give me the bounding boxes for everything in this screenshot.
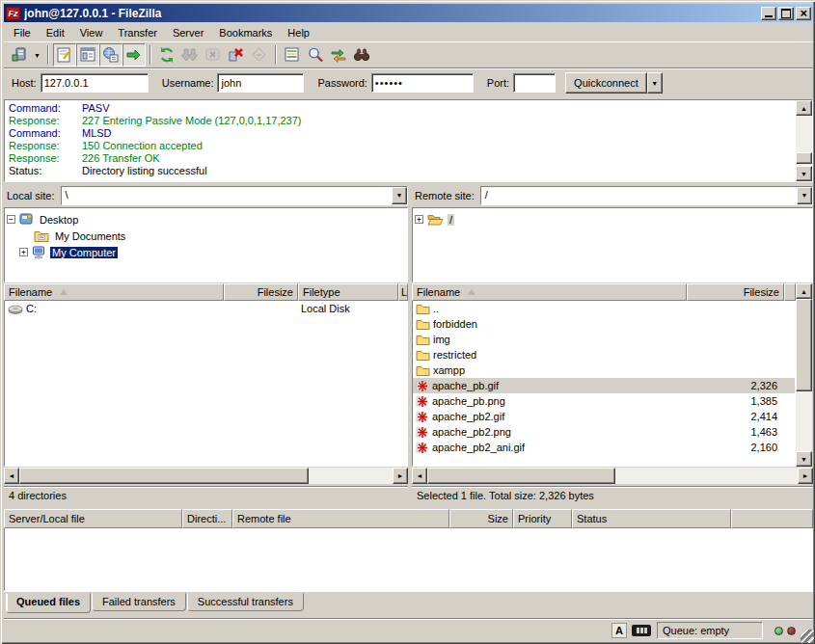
remote-treeview-toggle[interactable] bbox=[99, 43, 122, 67]
menu-help[interactable]: Help bbox=[280, 25, 317, 40]
column-header-filesize[interactable]: Filesize bbox=[687, 283, 784, 301]
message-log-toggle[interactable] bbox=[53, 43, 76, 67]
menu-server[interactable]: Server bbox=[165, 25, 211, 40]
remote-site-combobox[interactable]: / bbox=[480, 186, 813, 205]
column-header-filesize[interactable]: Filesize bbox=[224, 283, 298, 301]
remote-list-vscrollbar[interactable] bbox=[796, 283, 812, 467]
file-type-cell: Local Disk bbox=[297, 303, 350, 314]
column-header-size[interactable]: Size bbox=[449, 509, 513, 528]
quickconnect-dropdown[interactable] bbox=[647, 72, 663, 94]
scroll-track[interactable] bbox=[19, 468, 393, 484]
quickconnect-button[interactable]: Quickconnect bbox=[565, 72, 647, 94]
column-header-priority[interactable]: Priority bbox=[513, 509, 572, 528]
local-treeview-toggle[interactable] bbox=[76, 43, 99, 67]
tree-item-my-documents[interactable]: My Documents bbox=[7, 228, 405, 244]
tab-successful-transfers[interactable]: Successful transfers bbox=[187, 593, 304, 611]
reconnect-button[interactable] bbox=[248, 43, 271, 67]
chevron-down-icon[interactable] bbox=[392, 187, 407, 204]
remote-status-text: Selected 1 file. Total size: 2,326 bytes bbox=[417, 490, 594, 501]
scroll-thumb[interactable] bbox=[796, 299, 812, 391]
file-row[interactable]: img bbox=[413, 332, 795, 347]
directory-comparison-button[interactable] bbox=[281, 43, 304, 67]
collapse-icon[interactable] bbox=[7, 215, 15, 224]
column-header-status[interactable]: Status bbox=[572, 509, 731, 528]
toolbar-separator bbox=[275, 45, 277, 65]
remote-list-hscrollbar[interactable] bbox=[412, 468, 813, 484]
synchronized-browsing-button[interactable] bbox=[327, 43, 350, 67]
log-line-label: Status: bbox=[9, 165, 82, 177]
file-name: forbidden bbox=[433, 318, 477, 330]
expand-icon[interactable] bbox=[19, 248, 28, 256]
filter-button[interactable] bbox=[350, 43, 373, 67]
speed-limit-indicator-icon[interactable] bbox=[632, 625, 651, 636]
scroll-down-button[interactable] bbox=[796, 451, 812, 467]
column-header-filetype[interactable]: Filetype bbox=[298, 283, 398, 301]
scroll-down-button[interactable] bbox=[796, 166, 812, 181]
resize-grip[interactable] bbox=[801, 630, 814, 643]
local-list-hscrollbar[interactable] bbox=[4, 468, 408, 484]
maximize-button[interactable] bbox=[778, 7, 794, 20]
column-header-lastmodified[interactable]: L bbox=[398, 283, 408, 301]
local-site-value[interactable]: \ bbox=[62, 187, 392, 204]
tree-item-root[interactable]: / bbox=[415, 211, 810, 228]
column-header-filename[interactable]: Filename bbox=[412, 283, 687, 301]
tree-item-my-computer[interactable]: My Computer bbox=[7, 244, 405, 260]
file-row[interactable]: apache_pb2.gif 2,414 bbox=[413, 409, 795, 424]
scroll-thumb[interactable] bbox=[427, 468, 615, 484]
file-row[interactable]: apache_pb.png 1,385 bbox=[413, 393, 795, 409]
file-row-selected[interactable]: apache_pb.gif 2,326 bbox=[413, 378, 795, 393]
menu-transfer[interactable]: Transfer bbox=[110, 25, 165, 40]
file-row[interactable]: .. bbox=[413, 301, 795, 316]
find-files-button[interactable] bbox=[304, 43, 327, 67]
file-row[interactable]: restricted bbox=[413, 347, 795, 362]
column-header-server-local-file[interactable]: Server/Local file bbox=[4, 509, 182, 528]
site-manager-dropdown[interactable] bbox=[31, 43, 43, 67]
scroll-up-button[interactable] bbox=[796, 283, 812, 299]
column-header-direction[interactable]: Directi... bbox=[182, 509, 232, 528]
close-button[interactable] bbox=[796, 7, 811, 20]
tree-item-desktop[interactable]: Desktop bbox=[7, 211, 405, 228]
minimize-button[interactable] bbox=[761, 7, 776, 20]
scroll-thumb[interactable] bbox=[19, 468, 309, 484]
chevron-down-icon[interactable] bbox=[797, 187, 812, 204]
log-scrollbar[interactable] bbox=[796, 100, 812, 181]
scroll-track[interactable] bbox=[796, 116, 812, 166]
port-input[interactable] bbox=[513, 73, 556, 93]
column-header-remote-file[interactable]: Remote file bbox=[232, 509, 449, 528]
menu-bookmarks[interactable]: Bookmarks bbox=[211, 25, 280, 40]
file-row[interactable]: forbidden bbox=[413, 316, 795, 332]
expand-icon[interactable] bbox=[415, 215, 423, 224]
column-header-filename[interactable]: Filename bbox=[4, 283, 224, 301]
process-queue-button[interactable] bbox=[178, 43, 202, 67]
site-manager-button[interactable] bbox=[8, 43, 31, 67]
tab-queued-files[interactable]: Queued files bbox=[6, 593, 91, 613]
tab-failed-transfers[interactable]: Failed transfers bbox=[92, 593, 186, 611]
file-name-cell: xampp bbox=[413, 364, 687, 376]
host-input[interactable] bbox=[41, 73, 149, 93]
disconnect-button[interactable] bbox=[225, 43, 248, 67]
refresh-button[interactable] bbox=[155, 43, 178, 67]
file-row-c-drive[interactable]: C: Local Disk bbox=[5, 301, 407, 316]
transfer-queue-toggle[interactable] bbox=[122, 43, 146, 67]
scroll-left-button[interactable] bbox=[412, 468, 427, 484]
file-row[interactable]: apache_pb2_ani.gif 2,160 bbox=[413, 440, 795, 455]
local-site-combobox[interactable]: \ bbox=[61, 186, 408, 205]
scroll-up-button[interactable] bbox=[796, 100, 812, 116]
menu-view[interactable]: View bbox=[72, 25, 111, 40]
pane-splitter[interactable] bbox=[408, 185, 412, 504]
file-row[interactable]: apache_pb2.png 1,463 bbox=[413, 424, 795, 440]
scroll-track[interactable] bbox=[427, 468, 798, 484]
scroll-right-button[interactable] bbox=[798, 468, 813, 484]
file-row[interactable]: xampp bbox=[413, 362, 795, 378]
scroll-track[interactable] bbox=[796, 299, 812, 451]
scroll-left-button[interactable] bbox=[4, 468, 19, 484]
menu-file[interactable]: File bbox=[6, 25, 39, 40]
scroll-right-button[interactable] bbox=[393, 468, 408, 484]
menu-edit[interactable]: Edit bbox=[39, 25, 72, 40]
data-type-indicator-icon[interactable]: A bbox=[611, 623, 627, 638]
cancel-operation-button[interactable] bbox=[202, 43, 225, 67]
scroll-thumb[interactable] bbox=[796, 152, 812, 164]
password-input[interactable] bbox=[371, 73, 474, 93]
remote-site-value[interactable]: / bbox=[481, 187, 797, 204]
username-input[interactable] bbox=[217, 73, 304, 93]
